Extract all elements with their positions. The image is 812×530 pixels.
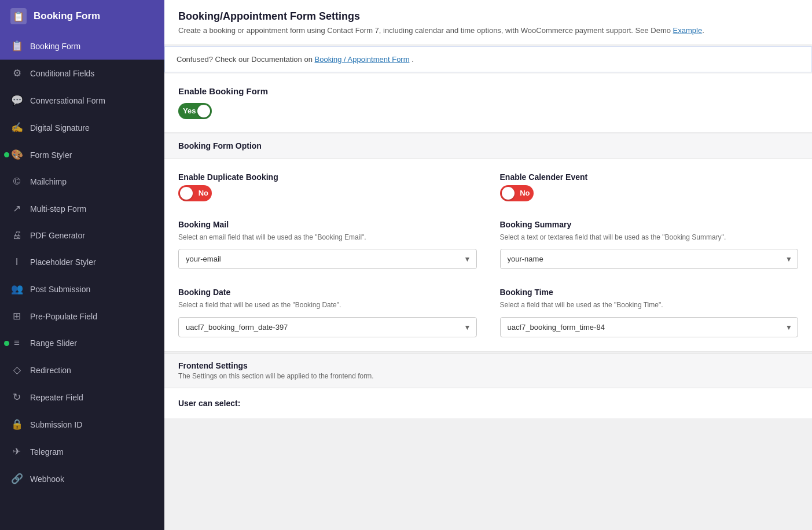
page-description: Create a booking or appointment form usi… [178,25,798,36]
sidebar-item-telegram[interactable]: ✈Telegram [0,438,164,465]
pdf-generator-label: PDF Generator [30,231,85,240]
booking-date-select[interactable]: uacf7_booking_form_date-397 [178,317,477,337]
example-link[interactable]: Example [673,26,703,35]
sidebar-item-conditional-fields[interactable]: ⚙Conditional Fields [0,60,164,87]
pre-populate-field-label: Pre-Populate Field [30,312,97,321]
sidebar-item-form-styler[interactable]: 🎨Form Styler [0,141,164,168]
sidebar-item-placeholder-styler[interactable]: IPlaceholder Styler [0,249,164,275]
post-submission-icon: 👥 [10,283,23,295]
sidebar-item-multi-step-form[interactable]: ↗Multi-step Form [0,195,164,222]
mailchimp-icon: © [10,176,23,187]
booking-date-desc: Select a field that will be used as the … [178,300,477,310]
telegram-label: Telegram [30,447,64,457]
frontend-settings-desc: The Settings on this section will be app… [178,372,798,380]
page-header: Booking/Appointment Form Settings Create… [164,0,812,45]
pre-populate-field-icon: ⊞ [10,310,23,322]
options-grid: Enable Duplicate Booking No Enable Calen… [164,159,812,352]
booking-summary-option: Booking Summary Select a text or textare… [500,220,799,270]
booking-mail-select-wrap: your-email your-name ▼ [178,249,477,269]
enable-toggle-wrap: Yes [178,103,798,119]
booking-mail-desc: Select an email field that will be used … [178,233,477,242]
duplicate-booking-toggle[interactable]: No [178,185,212,201]
digital-signature-icon: ✍ [10,122,23,134]
sidebar-item-booking-form[interactable]: 📋Booking Form [0,32,164,60]
toggle-yes-label: Yes [183,106,196,115]
duplicate-booking-title: Enable Duplicate Booking [178,172,477,182]
sidebar-item-post-submission[interactable]: 👥Post Submission [0,275,164,303]
toggle-no-label-dup: No [199,189,208,197]
repeater-field-icon: ↻ [10,391,23,403]
calendar-event-option: Enable Calender Event No [500,172,799,201]
multi-step-form-icon: ↗ [10,203,23,215]
booking-form-option-header: Booking Form Option [164,134,812,159]
booking-form-label: Booking Form [30,42,80,51]
booking-time-desc: Select a field that will be used as the … [500,300,799,310]
active-dot [4,341,9,346]
sidebar-item-webhook[interactable]: 🔗Webhook [0,465,164,492]
duplicate-booking-option: Enable Duplicate Booking No [178,172,477,201]
duplicate-toggle-wrap: No [178,185,477,201]
telegram-icon: ✈ [10,446,23,458]
form-styler-label: Form Styler [30,150,72,160]
placeholder-styler-icon: I [10,256,23,268]
booking-date-option: Booking Date Select a field that will be… [178,288,477,337]
toggle-knob-cal [502,187,515,200]
sidebar-item-redirection[interactable]: ◇Redirection [0,356,164,384]
booking-date-title: Booking Date [178,288,477,297]
booking-summary-desc: Select a text or textarea field that wil… [500,233,799,242]
post-submission-label: Post Submission [30,285,90,294]
booking-mail-option: Booking Mail Select an email field that … [178,220,477,270]
booking-mail-select[interactable]: your-email your-name [178,249,477,269]
booking-mail-title: Booking Mail [178,220,477,229]
submission-id-label: Submission ID [30,420,82,429]
sidebar-item-pdf-generator[interactable]: 🖨PDF Generator [0,222,164,249]
sidebar-item-mailchimp[interactable]: ©Mailchimp [0,168,164,195]
booking-summary-select[interactable]: your-email your-name [500,249,799,269]
sidebar-item-pre-populate-field[interactable]: ⊞Pre-Populate Field [0,303,164,330]
toggle-knob [197,105,210,117]
sidebar-header-icon: 📋 [10,8,27,24]
calendar-toggle-wrap: No [500,185,799,201]
sidebar: 📋 Booking Form 📋Booking Form⚙Conditional… [0,0,164,530]
booking-summary-select-wrap: your-email your-name ▼ [500,249,799,269]
booking-date-select-wrap: uacf7_booking_form_date-397 ▼ [178,317,477,337]
sidebar-item-submission-id[interactable]: 🔒Submission ID [0,411,164,438]
multi-step-form-label: Multi-step Form [30,204,86,214]
conditional-fields-label: Conditional Fields [30,69,94,78]
conversational-form-label: Conversational Form [30,96,105,105]
booking-summary-title: Booking Summary [500,220,799,229]
frontend-settings-header: Frontend Settings The Settings on this s… [164,353,812,388]
toggle-knob-dup [180,187,193,200]
submission-id-icon: 🔒 [10,418,23,430]
info-box: Confused? Check our Documentation on Boo… [164,46,812,72]
sidebar-item-range-slider[interactable]: ≡Range Slider [0,330,164,356]
toggle-no-label-cal: No [520,189,530,197]
enable-section: Enable Booking Form Yes [164,73,812,132]
calendar-event-toggle[interactable]: No [500,185,534,201]
sidebar-item-repeater-field[interactable]: ↻Repeater Field [0,384,164,411]
redirection-label: Redirection [30,366,71,375]
calendar-event-title: Enable Calender Event [500,172,799,182]
booking-time-option: Booking Time Select a field that will be… [500,288,799,337]
sidebar-item-digital-signature[interactable]: ✍Digital Signature [0,114,164,141]
sidebar-item-conversational-form[interactable]: 💬Conversational Form [0,87,164,114]
repeater-field-label: Repeater Field [30,393,83,402]
docs-link[interactable]: Booking / Appointment Form [315,55,410,64]
sidebar-header[interactable]: 📋 Booking Form [0,0,164,32]
booking-time-title: Booking Time [500,288,799,297]
redirection-icon: ◇ [10,364,23,376]
form-styler-icon: 🎨 [10,149,23,161]
booking-time-select[interactable]: uacf7_booking_form_time-84 [500,317,799,337]
enable-label: Enable Booking Form [178,86,798,96]
booking-time-select-wrap: uacf7_booking_form_time-84 ▼ [500,317,799,337]
range-slider-label: Range Slider [30,338,77,348]
mailchimp-label: Mailchimp [30,177,67,186]
placeholder-styler-label: Placeholder Styler [30,257,96,267]
sidebar-header-title: Booking Form [34,10,100,22]
booking-form-icon: 📋 [10,40,23,52]
main-content: Booking/Appointment Form Settings Create… [164,0,812,530]
enable-booking-toggle[interactable]: Yes [178,103,212,119]
active-dot [4,152,9,157]
digital-signature-label: Digital Signature [30,123,90,132]
conditional-fields-icon: ⚙ [10,67,23,79]
